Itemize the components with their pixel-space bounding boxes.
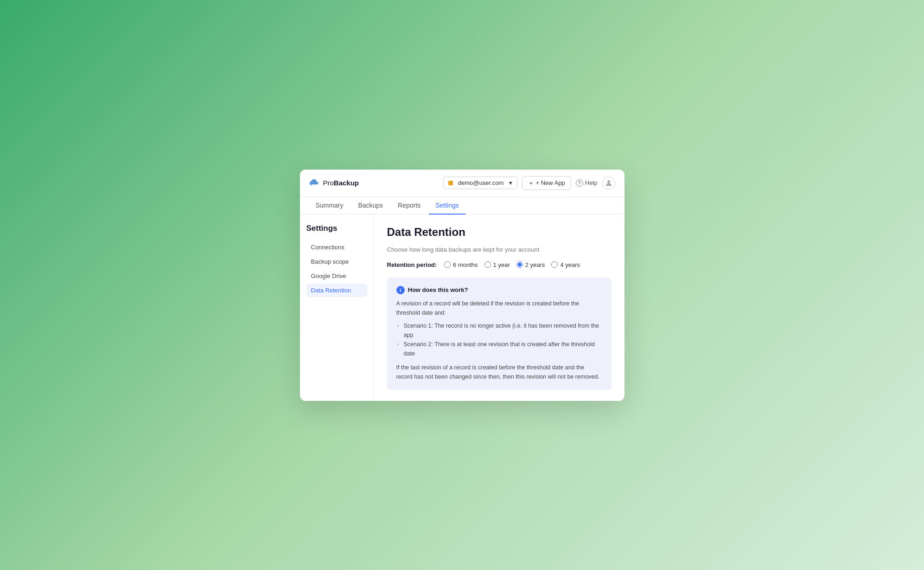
info-box-intro: A revision of a record will be deleted i…	[396, 299, 602, 317]
logo: ProBackup	[309, 179, 359, 187]
retention-4years-label: 4 years	[560, 261, 580, 268]
email-label: demo@user.com	[458, 179, 503, 186]
info-icon: i	[396, 286, 405, 294]
logo-pro: Pro	[323, 179, 334, 187]
main-layout: Settings Connections Backup scope Google…	[300, 215, 624, 401]
help-circle-icon: ?	[576, 179, 583, 187]
radio-6months[interactable]	[444, 261, 451, 268]
help-button[interactable]: ? Help	[576, 179, 598, 187]
sidebar-title: Settings	[306, 224, 367, 233]
tab-summary[interactable]: Summary	[309, 197, 350, 215]
chevron-down-icon: ▾	[509, 179, 512, 186]
nav-tabs: Summary Backups Reports Settings	[300, 197, 624, 215]
logo-text: ProBackup	[323, 179, 359, 187]
retention-2years-label: 2 years	[525, 261, 545, 268]
app-window: ProBackup demo@user.com ▾ ＋ + New App ? …	[300, 170, 624, 401]
header-right: demo@user.com ▾ ＋ + New App ? Help	[443, 176, 615, 190]
sidebar-item-backup-scope[interactable]: Backup scope	[306, 255, 367, 268]
retention-6months-label: 6 months	[453, 261, 478, 268]
info-box-scenarios: Scenario 1: The record is no longer acti…	[404, 321, 602, 358]
info-box: i How does this work? A revision of a re…	[387, 278, 612, 390]
tab-settings[interactable]: Settings	[429, 197, 465, 215]
sidebar-item-google-drive[interactable]: Google Drive	[306, 269, 367, 283]
tab-reports[interactable]: Reports	[391, 197, 427, 215]
logo-backup: Backup	[334, 179, 359, 187]
header: ProBackup demo@user.com ▾ ＋ + New App ? …	[300, 170, 624, 197]
retention-radio-group: 6 months 1 year 2 years 4 years	[444, 261, 580, 268]
retention-option-1year[interactable]: 1 year	[484, 261, 510, 268]
page-title: Data Retention	[387, 226, 612, 239]
sidebar-item-data-retention[interactable]: Data Retention	[306, 284, 367, 297]
retention-option-6months[interactable]: 6 months	[444, 261, 478, 268]
info-box-note: If the last revision of a record is crea…	[396, 363, 602, 381]
user-avatar-button[interactable]	[602, 177, 615, 190]
email-selector[interactable]: demo@user.com ▾	[443, 177, 517, 189]
info-box-header: i How does this work?	[396, 286, 602, 294]
new-app-button[interactable]: ＋ + New App	[522, 176, 571, 190]
sidebar: Settings Connections Backup scope Google…	[300, 215, 374, 401]
sidebar-item-connections[interactable]: Connections	[306, 241, 367, 254]
retention-option-2years[interactable]: 2 years	[516, 261, 545, 268]
new-app-label: + New App	[536, 179, 565, 186]
description-text: Choose how long data backups are kept fo…	[387, 246, 612, 253]
radio-1year[interactable]	[484, 261, 491, 268]
tab-backups[interactable]: Backups	[351, 197, 389, 215]
cloud-logo-icon	[309, 179, 320, 187]
list-item: Scenario 1: The record is no longer acti…	[404, 321, 602, 340]
plus-icon: ＋	[528, 179, 534, 187]
retention-label: Retention period:	[387, 261, 437, 268]
content-area: Data Retention Choose how long data back…	[374, 215, 624, 401]
info-box-title: How does this work?	[408, 286, 468, 293]
radio-4years[interactable]	[551, 261, 558, 268]
retention-option-4years[interactable]: 4 years	[551, 261, 580, 268]
retention-period-row: Retention period: 6 months 1 year 2 year…	[387, 261, 612, 268]
email-status-dot	[448, 181, 453, 185]
list-item: Scenario 2: There is at least one revisi…	[404, 340, 602, 358]
help-label: Help	[585, 179, 598, 186]
svg-point-0	[607, 180, 610, 183]
radio-2years[interactable]	[516, 261, 523, 268]
retention-1year-label: 1 year	[493, 261, 510, 268]
person-icon	[605, 179, 612, 187]
